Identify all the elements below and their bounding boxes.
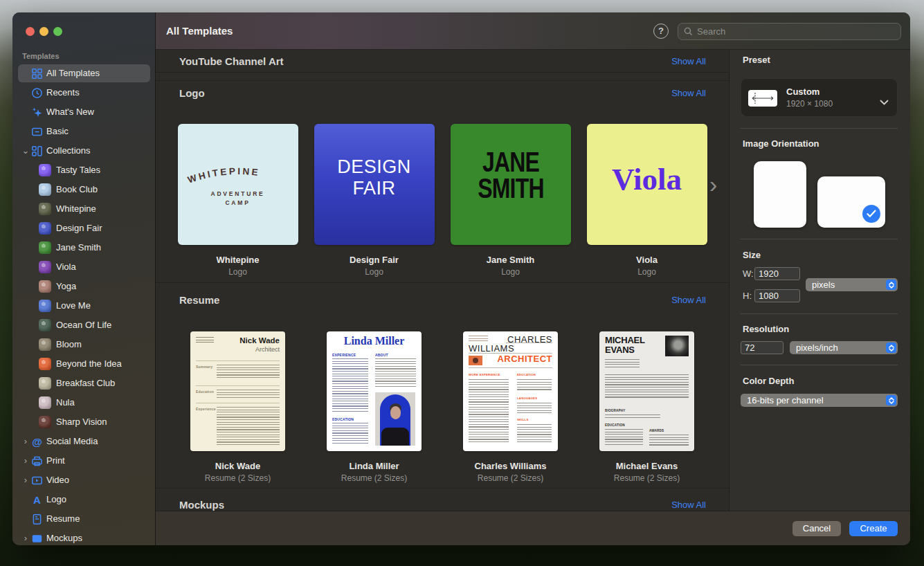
custom-size-icon bbox=[748, 90, 777, 107]
template-thumbnail-michael-evans[interactable]: MICHAEL EVANS BIOGRAPHY EDUCATION AWARDS bbox=[599, 331, 694, 451]
width-label: W: bbox=[743, 268, 754, 279]
sidebar-item-sharp-vision[interactable]: Sharp Vision bbox=[12, 412, 156, 432]
template-thumbnail-linda-miller[interactable]: Linda Miller EXPERIENCE EDUCATION ABOUT bbox=[327, 331, 422, 451]
template-thumbnail-viola[interactable]: Viola bbox=[587, 124, 707, 245]
sidebar-item-whats-new[interactable]: What's New bbox=[12, 102, 156, 122]
sidebar-item-jane-smith[interactable]: Jane Smith bbox=[12, 238, 156, 257]
resolution-input[interactable] bbox=[741, 341, 783, 354]
resume-photo bbox=[469, 356, 482, 365]
sidebar-item-recents[interactable]: Recents bbox=[12, 83, 156, 102]
template-card-whitepine: WHITEPINE ADVENTURE CAMP Whitepine Logo bbox=[170, 124, 306, 277]
chevron-right-icon[interactable]: › bbox=[21, 529, 30, 545]
chevron-right-icon[interactable]: › bbox=[21, 432, 30, 451]
chevron-right-icon[interactable]: › bbox=[21, 451, 30, 471]
zoom-window-button[interactable] bbox=[53, 27, 62, 36]
template-thumbnail-charles-williams[interactable]: CHARLES WILLIAMS ARCHITECT WORK EXPERIEN… bbox=[463, 331, 558, 451]
orientation-portrait-option[interactable] bbox=[754, 161, 806, 228]
color-depth-dropdown[interactable]: 16-bits per channel bbox=[741, 394, 898, 407]
show-all-link[interactable]: Show All bbox=[671, 56, 706, 66]
sidebar-item-all-templates[interactable]: All Templates bbox=[12, 64, 156, 83]
sidebar-item-design-fair[interactable]: Design Fair bbox=[12, 219, 156, 238]
search-input[interactable] bbox=[697, 26, 895, 37]
sidebar-item-yoga[interactable]: Yoga bbox=[12, 277, 156, 296]
template-card-nick-wade: Nick Wade Architect Summary Education Ex… bbox=[170, 331, 306, 483]
divider bbox=[156, 488, 729, 489]
height-input[interactable] bbox=[754, 289, 800, 302]
divider bbox=[741, 239, 898, 239]
chevron-right-icon[interactable]: › bbox=[21, 471, 30, 490]
sidebar-item-label: Collections bbox=[46, 141, 91, 161]
sidebar-item-label: Logo bbox=[46, 490, 66, 509]
sidebar-item-ocean-of-life[interactable]: Ocean Of Life bbox=[12, 316, 156, 335]
sidebar-item-label: Love Me bbox=[56, 296, 91, 316]
section-title: Mockups bbox=[179, 499, 224, 511]
titlebar: All Templates ? bbox=[156, 12, 910, 50]
sidebar-item-basic[interactable]: Basic bbox=[12, 122, 156, 141]
template-card-viola: Viola Viola Logo bbox=[579, 124, 715, 277]
sidebar-item-breakfast-club[interactable]: Breakfast Club bbox=[12, 374, 156, 393]
resume-photo bbox=[665, 336, 689, 356]
cancel-button[interactable]: Cancel bbox=[792, 521, 841, 536]
template-chooser-window: Templates All Templates Recents What's N… bbox=[12, 12, 910, 545]
sidebar-item-mockups[interactable]: › Mockups bbox=[12, 529, 156, 545]
sidebar-item-label: Whitepine bbox=[56, 199, 96, 219]
carousel-next-button[interactable]: › bbox=[709, 172, 726, 197]
sidebar-item-label: Yoga bbox=[56, 277, 76, 296]
collection-thumbnail bbox=[39, 300, 51, 312]
show-all-link[interactable]: Show All bbox=[671, 295, 706, 305]
sidebar-item-nula[interactable]: Nula bbox=[12, 393, 156, 412]
sidebar-item-label: Mockups bbox=[46, 529, 82, 545]
chevron-down-icon[interactable]: ⌄ bbox=[21, 141, 30, 161]
template-name: Linda Miller bbox=[306, 461, 442, 471]
search-icon bbox=[684, 27, 693, 36]
sidebar-item-viola[interactable]: Viola bbox=[12, 257, 156, 277]
divider bbox=[156, 282, 729, 283]
minimize-window-button[interactable] bbox=[39, 27, 48, 36]
orientation-label: Image Orientation bbox=[743, 138, 819, 149]
create-button[interactable]: Create bbox=[849, 521, 898, 536]
sidebar-item-label: All Templates bbox=[46, 64, 100, 83]
size-unit-dropdown[interactable]: pixels bbox=[806, 278, 898, 291]
sidebar-item-whitepine[interactable]: Whitepine bbox=[12, 199, 156, 219]
sidebar-item-label: Sharp Vision bbox=[56, 412, 107, 432]
template-card-michael-evans: MICHAEL EVANS BIOGRAPHY EDUCATION AWARDS… bbox=[579, 331, 715, 483]
divider bbox=[741, 128, 898, 129]
width-input[interactable] bbox=[754, 267, 800, 280]
show-all-link[interactable]: Show All bbox=[671, 500, 706, 510]
sidebar-item-video[interactable]: › Video bbox=[12, 471, 156, 490]
template-thumbnail-jane-smith[interactable]: JANE SMITH bbox=[451, 124, 571, 245]
sidebar-item-logo[interactable]: A Logo bbox=[12, 490, 156, 509]
sidebar-item-bloom[interactable]: Bloom bbox=[12, 335, 156, 354]
template-thumbnail-design-fair[interactable]: DESIGN FAIR bbox=[314, 124, 435, 245]
search-field[interactable] bbox=[678, 23, 901, 40]
sidebar-item-book-club[interactable]: Book Club bbox=[12, 180, 156, 199]
svg-text:WHITEPINE: WHITEPINE bbox=[186, 166, 260, 185]
sidebar-item-beyond-the-idea[interactable]: Beyond the Idea bbox=[12, 354, 156, 374]
template-thumbnail-nick-wade[interactable]: Nick Wade Architect Summary Education Ex… bbox=[190, 331, 285, 451]
sidebar-item-label: Viola bbox=[56, 257, 76, 277]
sidebar-item-collections[interactable]: ⌄ Collections bbox=[12, 141, 156, 161]
show-all-link[interactable]: Show All bbox=[671, 88, 706, 98]
sidebar: Templates All Templates Recents What's N… bbox=[12, 12, 156, 545]
sidebar-item-resume[interactable]: Resume bbox=[12, 509, 156, 529]
sidebar-item-tasty-tales[interactable]: Tasty Tales bbox=[12, 161, 156, 180]
sidebar-item-label: Design Fair bbox=[56, 219, 102, 238]
preset-dropdown[interactable]: Custom 1920 × 1080 bbox=[741, 78, 898, 117]
template-category: Logo bbox=[442, 267, 579, 277]
sidebar-item-print[interactable]: › Print bbox=[12, 451, 156, 471]
sidebar-item-social-media[interactable]: › @ Social Media bbox=[12, 432, 156, 451]
printer-icon bbox=[31, 455, 43, 467]
help-button[interactable]: ? bbox=[653, 24, 669, 39]
orientation-landscape-option[interactable] bbox=[817, 176, 885, 228]
collection-thumbnail bbox=[39, 396, 51, 409]
sidebar-item-label: Jane Smith bbox=[56, 238, 101, 257]
sidebar-item-label: Print bbox=[46, 451, 65, 471]
sidebar-item-love-me[interactable]: Love Me bbox=[12, 296, 156, 316]
close-window-button[interactable] bbox=[26, 27, 35, 36]
template-category: Logo bbox=[579, 267, 715, 277]
collection-thumbnail bbox=[39, 203, 51, 215]
template-category: Logo bbox=[306, 267, 442, 277]
selected-check-icon bbox=[862, 205, 880, 223]
resolution-unit-dropdown[interactable]: pixels/inch bbox=[790, 341, 898, 354]
template-thumbnail-whitepine[interactable]: WHITEPINE ADVENTURE CAMP bbox=[178, 124, 298, 245]
